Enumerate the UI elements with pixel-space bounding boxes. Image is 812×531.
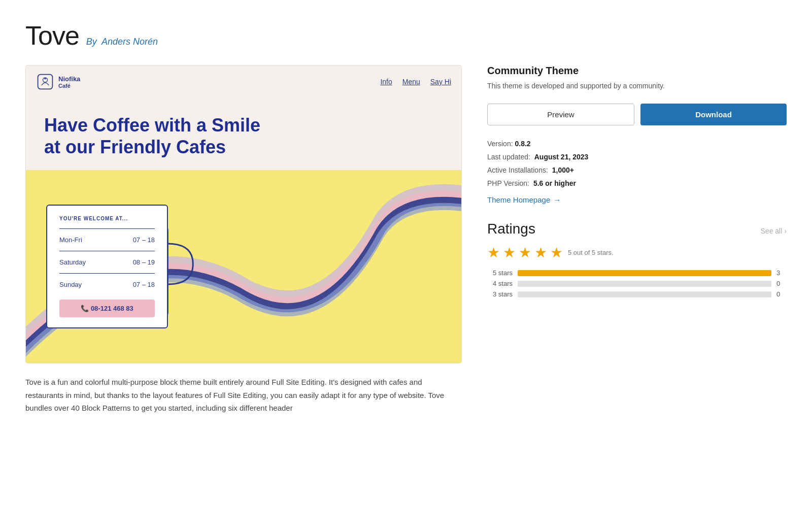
nav-link-info[interactable]: Info (380, 78, 392, 86)
logo-icon (36, 73, 54, 91)
info-card-title: YOU'RE WELCOME AT... (59, 216, 155, 221)
rating-bar-5stars: 5 stars 3 (487, 269, 787, 277)
rating-bar-track-3 (518, 291, 771, 297)
star-4: ★ (534, 244, 547, 261)
star-2: ★ (503, 244, 516, 261)
ratings-section: Ratings See all › ★ ★ ★ ★ ★ 5 out of 5 s… (487, 221, 787, 298)
meta-version: Version: 0.8.2 (487, 140, 787, 148)
action-buttons: Preview Download (487, 104, 787, 125)
right-column: Community Theme This theme is developed … (487, 65, 787, 301)
nav-link-sayhi[interactable]: Say Hi (430, 78, 451, 86)
info-card-row-saturday: Saturday 08 – 19 (59, 255, 155, 269)
info-card-row-monFri: Mon-Fri 07 – 18 (59, 233, 155, 247)
logo-text: Niofika Café (58, 75, 80, 89)
info-card-phone: 📞 08-121 468 83 (59, 300, 155, 317)
nav-logo: Niofika Café (36, 73, 80, 91)
author-prefix: By (86, 37, 97, 47)
ratings-title: Ratings (487, 221, 535, 237)
meta-info: Version: 0.8.2 Last updated: August 21, … (487, 140, 787, 187)
star-1: ★ (487, 244, 500, 261)
svg-rect-0 (38, 75, 53, 89)
community-badge: Community Theme This theme is developed … (487, 65, 787, 91)
rating-bar-fill-5 (518, 270, 771, 276)
info-card: YOU'RE WELCOME AT... Mon-Fri 07 – 18 Sat… (46, 205, 168, 328)
theme-description: Tove is a fun and colorful multi-purpose… (25, 376, 462, 415)
star-5: ★ (550, 244, 563, 261)
download-button[interactable]: Download (640, 104, 787, 125)
rating-bar-4stars: 4 stars 0 (487, 280, 787, 287)
theme-homepage-link[interactable]: Theme Homepage → (487, 195, 561, 204)
page-header: Tove By Anders Norén (25, 20, 787, 51)
nav-links: Info Menu Say Hi (380, 78, 451, 86)
meta-installs: Active Installations: 1,000+ (487, 166, 787, 174)
star-3: ★ (519, 244, 531, 261)
left-column: Niofika Café Info Menu Say Hi Have Coffe… (25, 65, 462, 415)
rating-bar-3stars: 3 stars 0 (487, 290, 787, 298)
ratings-header: Ratings See all › (487, 221, 787, 237)
rating-bar-track-4 (518, 281, 771, 287)
author-link[interactable]: Anders Norén (101, 37, 158, 47)
info-card-divider2 (59, 251, 155, 251)
svg-point-2 (44, 78, 46, 80)
meta-php: PHP Version: 5.6 or higher (487, 179, 787, 187)
see-all-link[interactable]: See all › (761, 227, 787, 235)
info-card-divider3 (59, 273, 155, 274)
community-desc: This theme is developed and supported by… (487, 81, 787, 91)
preview-hero: Have Coffee with a Smile at our Friendly… (26, 98, 461, 158)
theme-author-line: By Anders Norén (86, 37, 158, 47)
preview-button[interactable]: Preview (487, 104, 634, 125)
stars-row: ★ ★ ★ ★ ★ 5 out of 5 stars. (487, 244, 787, 261)
rating-bar-track-5 (518, 270, 771, 276)
theme-title: Tove (25, 20, 79, 51)
nav-link-menu[interactable]: Menu (402, 78, 420, 86)
info-card-row-sunday: Sunday 07 – 18 (59, 278, 155, 291)
community-title: Community Theme (487, 65, 787, 77)
main-layout: Niofika Café Info Menu Say Hi Have Coffe… (25, 65, 787, 415)
theme-preview-card: Niofika Café Info Menu Say Hi Have Coffe… (25, 65, 462, 363)
stars-label: 5 out of 5 stars. (568, 249, 614, 256)
preview-illustration: Z YOU'RE WELCOME AT... Mon-Fri 07 – 18 (26, 170, 461, 363)
hero-headline: Have Coffee with a Smile at our Friendly… (44, 114, 443, 158)
meta-updated: Last updated: August 21, 2023 (487, 153, 787, 161)
preview-nav: Niofika Café Info Menu Say Hi (26, 65, 461, 98)
info-card-divider (59, 228, 155, 229)
